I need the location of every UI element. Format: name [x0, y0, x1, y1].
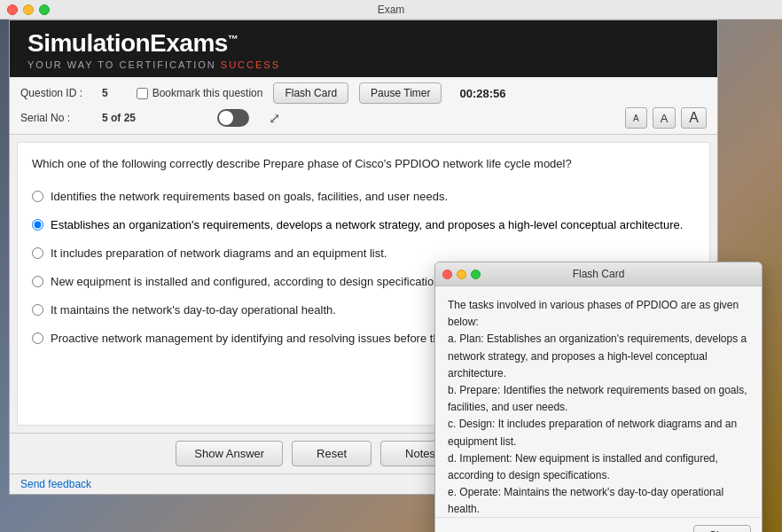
- flash-card-button[interactable]: Flash Card: [273, 82, 348, 104]
- option-c-text: It includes preparation of network diagr…: [51, 246, 387, 262]
- question-id-label: Question ID :: [20, 87, 91, 99]
- serial-no-label: Serial No :: [20, 112, 91, 124]
- flash-card-footer: Close: [435, 517, 762, 532]
- flash-card-popup: Flash Card The tasks involved in various…: [434, 262, 762, 532]
- toolbar-row-1: Question ID : 5 Bookmark this question F…: [20, 82, 707, 104]
- fullscreen-icon[interactable]: ⤢: [269, 110, 280, 127]
- app-subtitle: YOUR WAY TO CERTIFICATION SUCCESS: [27, 59, 700, 70]
- timer-display: 00:28:56: [459, 87, 505, 100]
- option-a-text: Identifies the network requirements base…: [51, 189, 448, 205]
- flash-card-title: Flash Card: [573, 268, 625, 280]
- maximize-window-button[interactable]: [39, 4, 50, 15]
- flash-card-title-bar: Flash Card: [435, 262, 762, 286]
- option-a[interactable]: Identifies the network requirements base…: [32, 189, 695, 205]
- toolbar-row-2: Serial No : 5 of 25 ⤢ A A A: [20, 107, 707, 129]
- option-b-text: Establishes an organization's requiremen…: [51, 217, 683, 233]
- pause-timer-button[interactable]: Pause Timer: [359, 82, 442, 104]
- flash-card-maximize-button[interactable]: [471, 270, 481, 279]
- show-answer-button[interactable]: Show Answer: [176, 441, 283, 466]
- send-feedback-link[interactable]: Send feedback: [20, 478, 91, 490]
- option-e-text: It maintains the network's day-to-day op…: [51, 302, 336, 318]
- font-medium-button[interactable]: A: [653, 107, 676, 129]
- bookmark-container: Bookmark this question: [137, 87, 263, 99]
- toggle-switch[interactable]: [217, 109, 249, 127]
- font-small-button[interactable]: A: [625, 107, 647, 129]
- font-large-button[interactable]: A: [681, 107, 707, 129]
- option-c[interactable]: It includes preparation of network diagr…: [32, 246, 695, 262]
- option-b-radio[interactable]: [32, 219, 43, 231]
- bookmark-checkbox[interactable]: [137, 88, 148, 99]
- flash-card-content: The tasks involved in various phases of …: [435, 286, 762, 517]
- toggle-knob: [219, 111, 233, 125]
- flash-card-text: The tasks involved in various phases of …: [448, 299, 747, 517]
- bookmark-label[interactable]: Bookmark this question: [152, 87, 263, 99]
- window-title: Exam: [378, 4, 405, 16]
- question-text: Which one of the following correctly des…: [32, 155, 695, 173]
- flash-card-minimize-button[interactable]: [457, 270, 466, 279]
- flash-card-close-button[interactable]: [442, 270, 452, 279]
- option-e-radio[interactable]: [32, 304, 43, 316]
- reset-button[interactable]: Reset: [292, 441, 371, 466]
- font-size-buttons: A A A: [625, 107, 707, 129]
- question-toolbar: Question ID : 5 Bookmark this question F…: [10, 77, 717, 135]
- app-header: SimulationExams™ YOUR WAY TO CERTIFICATI…: [10, 20, 717, 77]
- flash-card-traffic-lights: [442, 270, 481, 279]
- traffic-lights: [7, 4, 50, 15]
- serial-no-value: 5 of 25: [102, 112, 136, 124]
- option-b[interactable]: Establishes an organization's requiremen…: [32, 217, 695, 233]
- app-title: SimulationExams™: [27, 29, 700, 58]
- option-c-radio[interactable]: [32, 247, 43, 259]
- option-f-radio[interactable]: [32, 332, 43, 344]
- question-id-value: 5: [102, 87, 108, 99]
- title-bar: Exam: [0, 0, 782, 20]
- flash-card-close-btn[interactable]: Close: [693, 525, 751, 532]
- option-d-radio[interactable]: [32, 276, 43, 287]
- minimize-window-button[interactable]: [23, 4, 34, 15]
- option-d-text: New equipment is installed and configure…: [51, 274, 449, 290]
- close-window-button[interactable]: [7, 4, 18, 15]
- option-a-radio[interactable]: [32, 191, 43, 202]
